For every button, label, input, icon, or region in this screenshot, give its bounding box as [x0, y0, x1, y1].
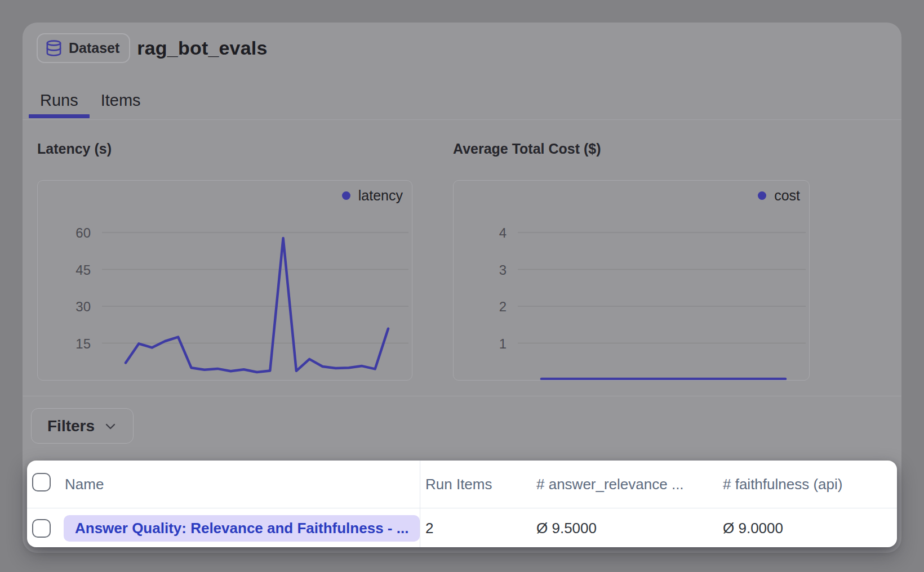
tabbar-divider	[23, 119, 901, 120]
answer-relevance-value: Ø 9.5000	[536, 509, 597, 547]
runs-table: Name Run Items # answer_relevance ... # …	[27, 461, 897, 547]
latency-chart: 15304560 latency	[37, 180, 412, 381]
page-title: rag_bot_evals	[137, 37, 267, 59]
cost-chart-legend[interactable]: cost	[758, 187, 800, 204]
page-header: Dataset rag_bot_evals	[37, 33, 268, 63]
svg-text:45: 45	[75, 262, 91, 278]
svg-text:2: 2	[499, 299, 507, 314]
column-header-name: Name	[65, 461, 104, 508]
faithfulness-value: Ø 9.0000	[723, 509, 783, 547]
row-checkbox[interactable]	[32, 519, 51, 538]
dataset-badge-label: Dataset	[69, 40, 119, 56]
latency-chart-title: Latency (s)	[37, 141, 112, 157]
legend-dot-icon	[758, 191, 766, 200]
tab-items[interactable]: Items	[90, 83, 152, 118]
svg-text:30: 30	[75, 299, 91, 314]
legend-label: cost	[774, 187, 800, 204]
chevron-down-icon	[104, 420, 117, 434]
run-items-value: 2	[425, 509, 433, 547]
column-header-faithfulness: # faithfulness (api)	[723, 461, 842, 508]
table-row[interactable]: Answer Quality: Relevance and Faithfulne…	[27, 509, 897, 547]
tab-bar: Runs Items	[29, 83, 152, 118]
select-all-checkbox[interactable]	[32, 473, 51, 491]
legend-dot-icon	[342, 191, 350, 200]
svg-text:60: 60	[75, 225, 91, 240]
cost-chart-title: Average Total Cost ($)	[453, 141, 601, 157]
table-header-row: Name Run Items # answer_relevance ... # …	[27, 461, 897, 508]
filters-button[interactable]: Filters	[31, 408, 134, 444]
latency-chart-legend[interactable]: latency	[342, 187, 403, 204]
svg-text:15: 15	[75, 336, 91, 351]
tab-runs[interactable]: Runs	[29, 83, 90, 118]
dataset-detail-card: Dataset rag_bot_evals Runs Items Latency…	[23, 23, 901, 553]
svg-text:1: 1	[499, 336, 507, 351]
cost-chart: 1234 cost	[453, 180, 810, 381]
svg-text:4: 4	[499, 225, 507, 240]
run-name-link[interactable]: Answer Quality: Relevance and Faithfulne…	[64, 515, 420, 542]
filters-button-label: Filters	[47, 417, 95, 435]
dataset-badge: Dataset	[37, 33, 130, 63]
legend-label: latency	[358, 187, 403, 204]
section-divider	[23, 396, 901, 396]
svg-text:3: 3	[499, 262, 507, 278]
column-header-answer-relevance: # answer_relevance ...	[536, 461, 684, 508]
column-header-run-items: Run Items	[425, 461, 492, 508]
database-icon	[45, 39, 63, 57]
